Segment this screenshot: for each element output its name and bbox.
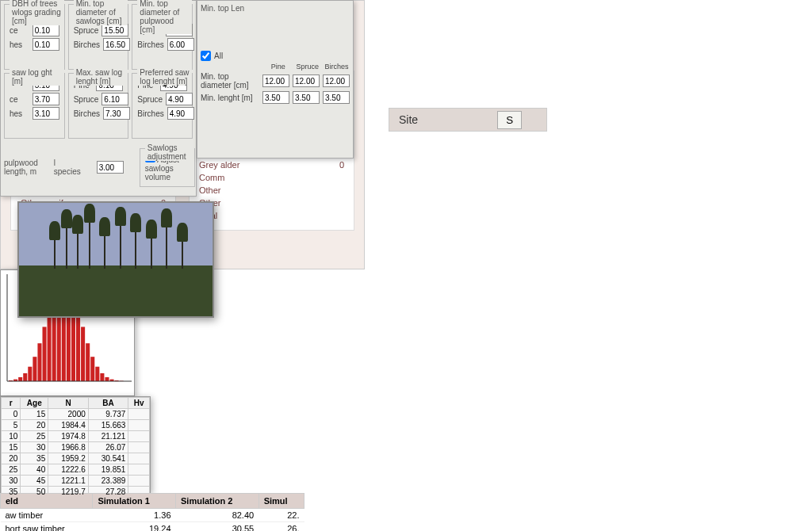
param-input[interactable] (102, 93, 128, 105)
svg-rect-18 (95, 367, 99, 381)
all-label: All (214, 52, 223, 60)
yield-header: Simulation 2 (176, 494, 259, 509)
svg-rect-19 (100, 373, 104, 381)
svg-rect-6 (37, 343, 41, 381)
simulation-data-grid[interactable]: rAgeNBAHv01520009.7375201984.415.6631025… (0, 396, 151, 493)
param-label: ce (10, 95, 29, 104)
param-group: Max. saw log lenght [m]PineSpruceBirches (68, 73, 129, 139)
secondary-dimensions-panel: Min. top Len All PineSpruceBirchesMin. t… (197, 0, 354, 159)
species-input[interactable] (97, 161, 124, 174)
dim-label: Min. top diameter [cm] (201, 72, 259, 90)
species-row: Total (199, 209, 344, 222)
group-title: Min. top diameter of pulpwood [cm] (137, 0, 192, 34)
group-title: Preferred saw log lenght [m] (137, 68, 192, 86)
dim-input[interactable] (262, 91, 289, 104)
param-group: DBH of trees wlogs grading [cm]ecehes (4, 4, 65, 70)
forest-3d-render (17, 201, 214, 318)
param-input[interactable] (167, 38, 194, 51)
dim-input[interactable] (293, 91, 320, 104)
dim-input[interactable] (323, 74, 350, 87)
yield-table: eldSimulation 1Simulation 2Simulaw timbe… (0, 493, 304, 531)
param-input[interactable] (102, 24, 128, 36)
min-top-len-label: Min. top Len (201, 4, 350, 13)
svg-rect-17 (90, 357, 94, 381)
param-label: hes (10, 109, 29, 118)
grid-header: Hv (128, 398, 150, 409)
dim-label: Min. lenght [m] (201, 94, 259, 102)
svg-rect-15 (81, 327, 85, 381)
svg-rect-16 (86, 343, 90, 381)
param-label: Birches (74, 109, 100, 118)
log-dimension-panel: DBH of trees wlogs grading [cm]ecehesMin… (0, 0, 197, 197)
col-head: Birches (324, 63, 350, 71)
group-title: Max. saw log lenght [m] (74, 68, 128, 86)
param-input[interactable] (33, 107, 59, 120)
table-row[interactable]: 25401222.619.851 (2, 464, 150, 476)
site-bar: Site S (389, 108, 547, 132)
dim-input[interactable] (262, 74, 289, 87)
param-input[interactable] (167, 107, 194, 120)
svg-rect-5 (33, 357, 36, 381)
species-label: l species (54, 159, 81, 176)
site-button[interactable]: S (497, 111, 522, 129)
table-row: hort saw timber19.2430.5526. (1, 522, 304, 532)
param-group: Min. top diameter of pulpwood [cm]PineSp… (132, 4, 193, 70)
table-row[interactable]: 01520009.737 (2, 409, 150, 420)
param-input[interactable] (33, 93, 59, 105)
dim-input[interactable] (293, 74, 320, 87)
param-label: Birches (137, 109, 163, 118)
table-row[interactable]: 30451221.123.389 (2, 476, 150, 487)
svg-rect-3 (23, 373, 27, 381)
table-row[interactable]: 5201984.415.663 (2, 420, 150, 431)
species-row: Other (199, 197, 344, 209)
param-label: Spruce (74, 26, 99, 35)
grid-header: Age (21, 398, 48, 409)
site-label: Site (399, 113, 418, 126)
param-label: Spruce (137, 95, 163, 104)
svg-rect-14 (76, 309, 80, 381)
species-row: Grey alder0 (199, 159, 344, 171)
col-head: Spruce (294, 63, 320, 71)
group-title: Min. top diameter of sawlogs [cm] (74, 0, 128, 25)
param-input[interactable] (103, 38, 130, 51)
group-title: saw log ght [m] (10, 68, 64, 86)
param-input[interactable] (33, 38, 59, 51)
grid-header: BA (88, 398, 128, 409)
grid-header: N (48, 398, 89, 409)
param-label: hes (10, 40, 29, 49)
param-label: Birches (137, 40, 163, 49)
param-group: saw log ght [m]cehes (4, 73, 65, 139)
pulpwood-len-label: pulpwood length, m (4, 159, 38, 176)
yield-header: Simulation 1 (93, 494, 176, 509)
group-title: DBH of trees wlogs grading [cm] (10, 0, 64, 25)
param-label: Spruce (74, 95, 99, 104)
species-row: Other (199, 184, 344, 197)
param-group: Min. top diameter of sawlogs [cm]PineSpr… (68, 4, 129, 70)
svg-rect-8 (48, 309, 52, 381)
svg-rect-20 (105, 377, 109, 381)
grid-header: r (2, 398, 21, 409)
table-row[interactable]: 20351959.230.541 (2, 453, 150, 464)
species-row: Comm (199, 171, 344, 184)
svg-rect-4 (28, 367, 32, 381)
yield-header: Simul (259, 494, 304, 509)
param-label: Birches (74, 40, 100, 49)
table-row: aw timber1.3682.4022. (1, 509, 304, 522)
svg-rect-2 (18, 377, 22, 381)
col-head: Pine (265, 63, 291, 71)
svg-rect-7 (43, 327, 47, 381)
param-group: Preferred saw log lenght [m]PineSpruceBi… (132, 73, 193, 139)
param-input[interactable] (103, 107, 130, 120)
all-species-checkbox[interactable] (201, 51, 211, 61)
table-row[interactable]: 10251974.821.121 (2, 431, 150, 442)
param-label: ce (10, 26, 29, 35)
param-input[interactable] (33, 24, 59, 36)
dim-input[interactable] (323, 91, 350, 104)
table-row[interactable]: 15301966.826.07 (2, 442, 150, 453)
param-input[interactable] (166, 93, 193, 105)
